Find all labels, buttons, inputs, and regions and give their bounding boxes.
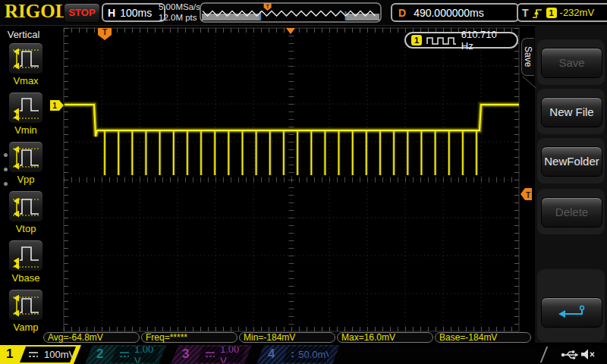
status-divider: [540, 347, 548, 362]
svg-text:1: 1: [52, 102, 57, 110]
sidebar-item-label: Vbase: [8, 272, 43, 284]
trigger-level-value: -232mV: [560, 7, 595, 18]
svg-text:T: T: [526, 191, 530, 199]
trigger-status-box[interactable]: T 1 -232mV: [517, 3, 607, 22]
vpp-icon: [11, 143, 41, 171]
menu-page-indicator: [4, 153, 8, 196]
channel2-badge[interactable]: 2 1.00 V: [85, 345, 166, 364]
channel1-badge[interactable]: 1 100mV: [0, 345, 81, 364]
sidebar-item-label: Vpp: [8, 174, 43, 185]
sidebar-item-label: Vamp: [8, 322, 43, 333]
usb-icon: [561, 348, 579, 361]
svg-text:T: T: [266, 4, 269, 9]
trigger-source-badge: 1: [546, 8, 557, 18]
channel-scale: 100mV: [44, 349, 75, 360]
vmax-icon: [11, 45, 41, 72]
measurement-base[interactable]: Base=-184mV: [435, 332, 531, 343]
dc-coupling-icon: [28, 350, 39, 359]
delay-badge: D: [398, 7, 406, 19]
channel-number: 1: [6, 347, 13, 362]
soft-menu-panel: Save New File NewFolder Delete: [535, 25, 607, 343]
sidebar-item-vbase[interactable]: Vbase: [8, 240, 43, 284]
menu-tab-save: Save: [521, 38, 534, 76]
sidebar-item-vtop[interactable]: Vtop: [8, 190, 43, 234]
waveform-record-preview[interactable]: T: [200, 2, 382, 26]
channel-scale: 1.00 V: [134, 344, 161, 364]
dc-coupling-icon: [119, 350, 130, 359]
channel-scale: 50.0mV: [298, 349, 332, 360]
memory-depth: 12.0M pts: [159, 13, 200, 24]
square-wave-icon: [426, 35, 457, 46]
run-stop-status-button[interactable]: STOP: [64, 3, 100, 23]
top-status-bar: RIGOL STOP H 100ms 5.00MSa/s 12.0M pts T…: [0, 0, 607, 26]
hardware-frequency-counter: 1 610.710 Hz: [404, 32, 518, 49]
sidebar-item-vamp[interactable]: Vamp: [8, 289, 43, 333]
vmin-icon: [11, 94, 41, 121]
channel-number: 3: [182, 347, 189, 362]
channel3-badge[interactable]: 3 1.00 V: [171, 345, 252, 364]
sidebar-item-label: Vmax: [8, 75, 43, 86]
sidebar-item-vmin[interactable]: Vmin: [8, 92, 43, 136]
counter-channel-badge: 1: [411, 35, 422, 46]
vtop-icon: [11, 193, 41, 220]
sidebar-item-vpp[interactable]: Vpp: [8, 141, 43, 185]
timebase-value: 100ms: [120, 7, 152, 19]
delay-value: 490.000000ms: [414, 7, 484, 19]
acquisition-info: 5.00MSa/s 12.0M pts: [159, 2, 200, 23]
sidebar-item-label: Vtop: [8, 223, 43, 234]
counter-frequency-value: 610.710 Hz: [461, 29, 511, 52]
delete-button[interactable]: Delete: [541, 197, 602, 228]
measurement-avg[interactable]: Avg=-64.8mV: [43, 332, 140, 343]
sidebar-item-label: Vmin: [8, 124, 43, 136]
channel-status-bar: 1 100mV 2 1.00 V 3 1.00 V: [0, 345, 607, 364]
save-button[interactable]: Save: [541, 48, 602, 78]
sidebar-item-vmax[interactable]: Vmax: [8, 42, 43, 86]
measurement-max[interactable]: Max=16.0mV: [337, 332, 433, 343]
speaker-muted-icon: [580, 348, 596, 361]
vbase-icon: [11, 242, 41, 269]
new-file-button[interactable]: New File: [541, 97, 602, 127]
rigol-logo: RIGOL: [5, 1, 68, 22]
back-button[interactable]: [541, 297, 602, 328]
channel-scale: 1.00 V: [220, 344, 247, 364]
trigger-level-marker[interactable]: T: [521, 188, 532, 200]
waveform-display: T T 1: [49, 25, 534, 337]
new-folder-button[interactable]: NewFolder: [541, 146, 602, 177]
measurement-min[interactable]: Min=-184mV: [239, 332, 335, 343]
trigger-delay-box[interactable]: D 490.000000ms: [391, 3, 519, 22]
rising-edge-icon: [532, 6, 543, 20]
channel-number: 2: [96, 347, 103, 362]
dc-coupling-icon: [205, 350, 215, 359]
sample-rate: 5.00MSa/s: [159, 2, 200, 13]
trigger-position-marker[interactable]: T: [98, 28, 112, 40]
measurement-freq[interactable]: Freq=*****: [141, 332, 237, 343]
horizontal-center-marker: [286, 28, 295, 34]
return-arrow-icon: [555, 303, 589, 322]
channel1-ground-marker[interactable]: 1: [50, 100, 64, 111]
left-menu-title: Vertical: [0, 29, 47, 40]
channel-number: 4: [268, 347, 275, 362]
horizontal-timebase-box[interactable]: H 100ms: [102, 3, 165, 22]
dc-coupling-icon: [291, 350, 294, 359]
channel4-badge[interactable]: 4 50.0mV: [256, 345, 340, 364]
horizontal-badge: H: [108, 7, 115, 19]
vamp-icon: [11, 291, 41, 318]
svg-text:T: T: [102, 28, 107, 36]
trigger-badge: T: [522, 7, 529, 19]
